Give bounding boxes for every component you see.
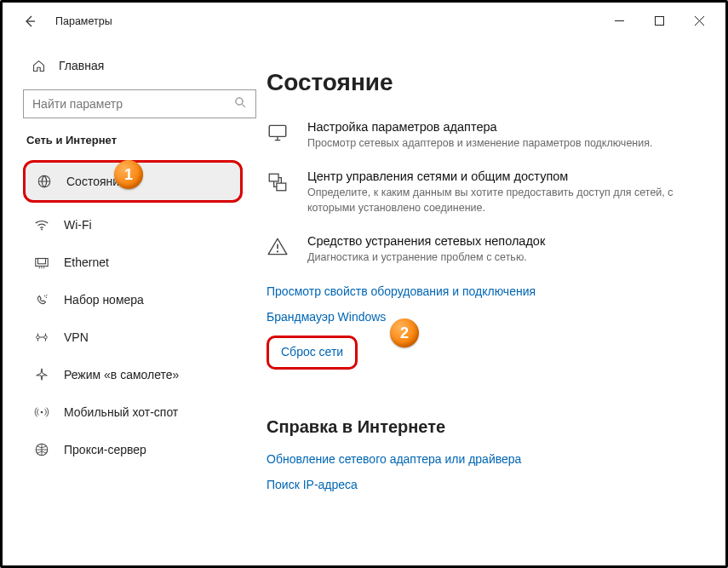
sidebar-item-airplane[interactable]: Режим «в самолете» — [23, 356, 261, 393]
card-desc: Просмотр сетевых адаптеров и изменение п… — [307, 135, 652, 151]
airplane-icon — [33, 366, 50, 383]
annotation-badge-2: 2 — [390, 318, 419, 347]
close-button[interactable] — [680, 8, 719, 33]
close-icon — [695, 16, 704, 26]
wifi-icon — [33, 216, 50, 233]
card-adapter-params[interactable]: Настройка параметров адаптера Просмотр с… — [267, 120, 696, 151]
card-troubleshoot[interactable]: Средство устранения сетевых неполадок Ди… — [267, 234, 696, 265]
sidebar-item-ethernet[interactable]: Ethernet — [23, 244, 261, 281]
minimize-icon — [615, 16, 624, 26]
search-input[interactable]: Найти параметр — [23, 89, 256, 118]
sidebar-item-label: Мобильный хот-спот — [64, 405, 178, 419]
sidebar-item-label: VPN — [64, 330, 89, 344]
sidebar-item-dialup[interactable]: Набор номера — [23, 281, 261, 318]
svg-rect-14 — [269, 174, 278, 181]
card-title: Центр управления сетями и общим доступом — [307, 169, 696, 183]
sidebar-item-proxy[interactable]: Прокси-сервер — [23, 431, 261, 468]
search-placeholder: Найти параметр — [32, 97, 123, 111]
sidebar-home[interactable]: Главная — [23, 50, 261, 81]
window-controls — [600, 8, 719, 33]
proxy-icon — [33, 441, 50, 458]
svg-point-1 — [236, 98, 243, 105]
link-firewall[interactable]: Брандмауэр Windows — [267, 310, 696, 324]
monitor-icon — [267, 120, 292, 151]
home-icon — [30, 57, 47, 74]
network-center-icon — [267, 169, 292, 215]
back-button[interactable] — [20, 11, 40, 32]
link-help-find-ip[interactable]: Поиск IP-адреса — [267, 478, 696, 491]
minimize-button[interactable] — [600, 8, 639, 33]
arrow-left-icon — [23, 14, 37, 28]
search-icon — [234, 96, 247, 112]
warning-icon — [267, 234, 292, 265]
svg-rect-15 — [277, 183, 286, 191]
card-network-center[interactable]: Центр управления сетями и общим доступом… — [267, 169, 696, 215]
sidebar-item-hotspot[interactable]: Мобильный хот-спот — [23, 393, 261, 431]
sidebar-item-label: Набор номера — [64, 293, 144, 307]
globe-icon — [36, 173, 53, 190]
sidebar-item-vpn[interactable]: VPN — [23, 318, 261, 356]
dialup-icon — [33, 291, 50, 308]
card-title: Настройка параметров адаптера — [307, 120, 652, 134]
svg-point-9 — [37, 336, 40, 339]
link-hardware-properties[interactable]: Просмотр свойств оборудования и подключе… — [267, 284, 696, 298]
titlebar: Параметры — [3, 3, 725, 40]
sidebar: Главная Найти параметр Сеть и Интернет С… — [3, 40, 267, 565]
sidebar-item-label: Прокси-сервер — [64, 443, 146, 456]
svg-point-3 — [41, 229, 43, 231]
svg-rect-4 — [36, 259, 48, 267]
sidebar-item-wifi[interactable]: Wi-Fi — [23, 206, 261, 244]
card-title: Средство устранения сетевых неполадок — [307, 234, 545, 248]
maximize-icon — [655, 16, 664, 26]
svg-point-10 — [44, 336, 48, 339]
sidebar-home-label: Главная — [59, 59, 104, 72]
sidebar-item-label: Режим «в самолете» — [64, 368, 179, 382]
svg-rect-5 — [38, 259, 46, 264]
svg-point-7 — [46, 297, 47, 298]
help-section-title: Справка в Интернете — [267, 417, 696, 437]
svg-point-8 — [46, 295, 47, 295]
card-desc: Определите, к каким данным вы хотите пре… — [307, 185, 696, 215]
vpn-icon — [33, 329, 50, 346]
svg-point-16 — [277, 251, 278, 253]
sidebar-section-label: Сеть и Интернет — [26, 134, 261, 146]
hotspot-icon — [33, 404, 50, 421]
svg-rect-13 — [269, 125, 286, 136]
svg-rect-0 — [656, 16, 664, 25]
sidebar-item-label: Wi-Fi — [64, 218, 92, 232]
link-network-reset[interactable]: Сброс сети — [267, 336, 358, 370]
svg-point-6 — [44, 295, 45, 296]
window-title: Параметры — [55, 15, 112, 27]
main-panel: Состояние Настройка параметров адаптера … — [267, 40, 725, 565]
maximize-button[interactable] — [640, 8, 679, 33]
link-help-update-adapter[interactable]: Обновление сетевого адаптера или драйвер… — [267, 452, 696, 466]
sidebar-item-label: Ethernet — [64, 255, 109, 269]
annotation-badge-1: 1 — [114, 160, 143, 189]
svg-point-11 — [41, 411, 43, 414]
card-desc: Диагностика и устранение проблем с сетью… — [307, 250, 545, 265]
ethernet-icon — [33, 254, 50, 271]
page-title: Состояние — [267, 69, 696, 96]
